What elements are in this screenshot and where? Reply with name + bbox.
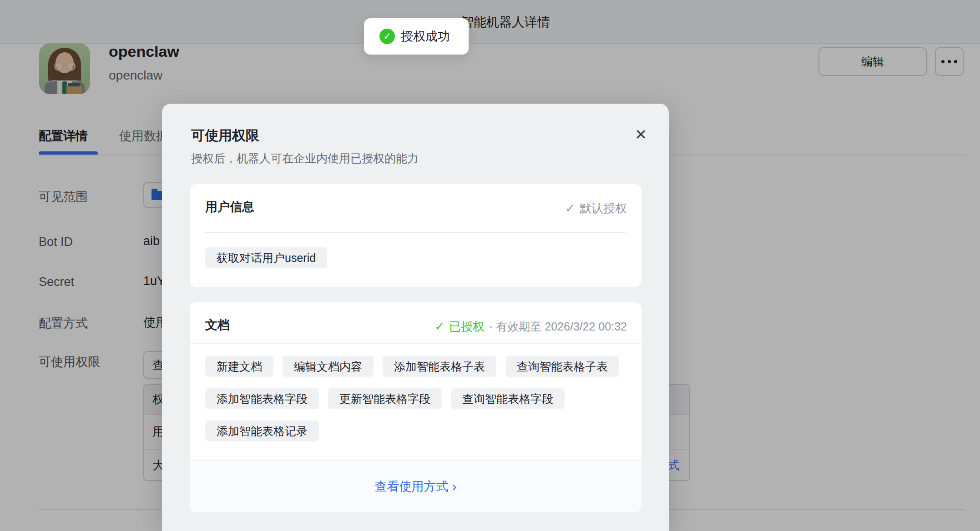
authorized-label: 已授权: [449, 319, 485, 335]
card-divider: [205, 232, 626, 233]
permission-tag: 查询智能表格子表: [505, 356, 619, 377]
success-toast: ✓ 授权成功: [364, 18, 469, 55]
permission-tag: 获取对话用户userid: [205, 247, 327, 268]
validity-text: · 有效期至 2026/3/22 00:32: [489, 319, 627, 334]
section-status: ✓ 默认授权: [565, 200, 627, 216]
permission-tag: 新建文档: [205, 356, 273, 377]
usage-link-label: 查看使用方式: [375, 478, 449, 495]
status-label: 默认授权: [580, 200, 627, 216]
permission-tag: 添加智能表格子表: [383, 356, 496, 377]
permission-tag: 查询智能表格字段: [451, 388, 565, 409]
permissions-modal: 可使用权限 ✕ 授权后，机器人可在企业内使用已授权的能力 用户信息 ✓ 默认授权…: [162, 104, 669, 531]
permission-tag: 编辑文档内容: [283, 356, 374, 377]
section-title: 文档: [205, 317, 230, 333]
section-status: ✓ 已授权 · 有效期至 2026/3/22 00:32: [434, 319, 627, 335]
success-check-icon: ✓: [379, 29, 395, 44]
modal-subtitle: 授权后，机器人可在企业内使用已授权的能力: [191, 151, 419, 166]
close-icon[interactable]: ✕: [635, 127, 647, 142]
permission-tag-list: 新建文档编辑文档内容添加智能表格子表查询智能表格子表添加智能表格字段更新智能表格…: [205, 356, 628, 441]
check-icon: ✓: [434, 320, 445, 334]
card-divider: [190, 343, 642, 344]
permission-tag: 添加智能表格记录: [205, 421, 319, 441]
section-title: 用户信息: [205, 199, 254, 215]
modal-title: 可使用权限: [191, 126, 259, 145]
check-icon: ✓: [565, 201, 575, 215]
permission-tag: 更新智能表格字段: [328, 388, 442, 409]
chevron-right-icon: ›: [452, 480, 457, 493]
permission-tag: 添加智能表格字段: [205, 388, 319, 409]
toast-message: 授权成功: [401, 28, 450, 45]
document-section-card: 文档 ✓ 已授权 · 有效期至 2026/3/22 00:32 新建文档编辑文档…: [190, 302, 642, 512]
user-info-section-card: 用户信息 ✓ 默认授权 获取对话用户userid: [190, 184, 642, 287]
usage-link[interactable]: 查看使用方式 ›: [190, 460, 642, 512]
